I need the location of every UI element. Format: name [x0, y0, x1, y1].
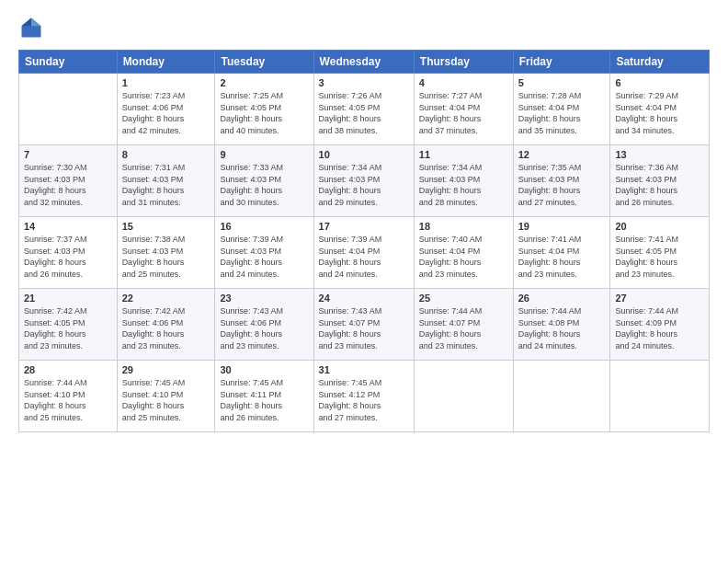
day-number: 23	[220, 293, 308, 304]
day-info: Sunrise: 7:31 AM Sunset: 4:03 PM Dayligh…	[122, 162, 210, 208]
day-info: Sunrise: 7:43 AM Sunset: 4:07 PM Dayligh…	[319, 305, 409, 351]
day-number: 1	[122, 77, 210, 88]
day-number: 20	[615, 221, 704, 232]
logo-icon	[18, 15, 44, 40]
day-cell: 19Sunrise: 7:41 AM Sunset: 4:04 PM Dayli…	[513, 217, 610, 289]
day-cell: 21Sunrise: 7:42 AM Sunset: 4:05 PM Dayli…	[19, 289, 118, 361]
day-info: Sunrise: 7:45 AM Sunset: 4:12 PM Dayligh…	[319, 377, 409, 423]
header	[18, 15, 710, 40]
day-info: Sunrise: 7:44 AM Sunset: 4:09 PM Dayligh…	[615, 305, 704, 351]
page: SundayMondayTuesdayWednesdayThursdayFrid…	[0, 0, 728, 563]
day-cell: 28Sunrise: 7:44 AM Sunset: 4:10 PM Dayli…	[19, 361, 118, 432]
day-cell: 17Sunrise: 7:39 AM Sunset: 4:04 PM Dayli…	[313, 217, 414, 289]
day-info: Sunrise: 7:38 AM Sunset: 4:03 PM Dayligh…	[122, 234, 210, 280]
day-number: 24	[319, 293, 409, 304]
day-cell: 1Sunrise: 7:23 AM Sunset: 4:06 PM Daylig…	[117, 74, 215, 145]
day-number: 9	[220, 149, 308, 160]
day-info: Sunrise: 7:27 AM Sunset: 4:04 PM Dayligh…	[419, 90, 508, 136]
header-row: SundayMondayTuesdayWednesdayThursdayFrid…	[19, 51, 710, 74]
day-info: Sunrise: 7:39 AM Sunset: 4:04 PM Dayligh…	[319, 234, 409, 280]
week-row-4: 21Sunrise: 7:42 AM Sunset: 4:05 PM Dayli…	[19, 289, 710, 361]
day-cell: 9Sunrise: 7:33 AM Sunset: 4:03 PM Daylig…	[215, 145, 313, 217]
day-number: 29	[122, 364, 210, 375]
day-cell: 8Sunrise: 7:31 AM Sunset: 4:03 PM Daylig…	[117, 145, 215, 217]
day-info: Sunrise: 7:42 AM Sunset: 4:05 PM Dayligh…	[24, 305, 112, 351]
day-number: 17	[319, 221, 409, 232]
svg-marker-1	[31, 18, 41, 27]
day-cell	[414, 361, 513, 432]
day-number: 5	[518, 77, 606, 88]
day-header-thursday: Thursday	[414, 51, 513, 74]
day-info: Sunrise: 7:43 AM Sunset: 4:06 PM Dayligh…	[220, 305, 308, 351]
day-number: 11	[419, 149, 508, 160]
day-number: 2	[220, 77, 308, 88]
day-info: Sunrise: 7:44 AM Sunset: 4:08 PM Dayligh…	[518, 305, 606, 351]
day-info: Sunrise: 7:29 AM Sunset: 4:04 PM Dayligh…	[615, 90, 704, 136]
day-info: Sunrise: 7:23 AM Sunset: 4:06 PM Dayligh…	[122, 90, 210, 136]
day-cell: 16Sunrise: 7:39 AM Sunset: 4:03 PM Dayli…	[215, 217, 313, 289]
day-cell: 13Sunrise: 7:36 AM Sunset: 4:03 PM Dayli…	[610, 145, 710, 217]
day-cell: 12Sunrise: 7:35 AM Sunset: 4:03 PM Dayli…	[513, 145, 610, 217]
day-info: Sunrise: 7:42 AM Sunset: 4:06 PM Dayligh…	[122, 305, 210, 351]
day-number: 21	[24, 293, 112, 304]
day-cell: 5Sunrise: 7:28 AM Sunset: 4:04 PM Daylig…	[513, 74, 610, 145]
day-header-friday: Friday	[513, 51, 610, 74]
day-header-monday: Monday	[117, 51, 215, 74]
day-number: 4	[419, 77, 508, 88]
day-cell: 7Sunrise: 7:30 AM Sunset: 4:03 PM Daylig…	[19, 145, 118, 217]
day-number: 15	[122, 221, 210, 232]
day-cell: 25Sunrise: 7:44 AM Sunset: 4:07 PM Dayli…	[414, 289, 513, 361]
week-row-2: 7Sunrise: 7:30 AM Sunset: 4:03 PM Daylig…	[19, 145, 710, 217]
day-cell: 2Sunrise: 7:25 AM Sunset: 4:05 PM Daylig…	[215, 74, 313, 145]
day-cell	[19, 74, 118, 145]
day-number: 6	[615, 77, 704, 88]
day-header-tuesday: Tuesday	[215, 51, 313, 74]
logo	[18, 15, 48, 40]
day-number: 18	[419, 221, 508, 232]
day-info: Sunrise: 7:39 AM Sunset: 4:03 PM Dayligh…	[220, 234, 308, 280]
day-info: Sunrise: 7:28 AM Sunset: 4:04 PM Dayligh…	[518, 90, 606, 136]
day-number: 8	[122, 149, 210, 160]
day-number: 12	[518, 149, 606, 160]
day-number: 7	[24, 149, 112, 160]
day-cell: 22Sunrise: 7:42 AM Sunset: 4:06 PM Dayli…	[117, 289, 215, 361]
day-cell	[513, 361, 610, 432]
day-cell: 6Sunrise: 7:29 AM Sunset: 4:04 PM Daylig…	[610, 74, 710, 145]
day-info: Sunrise: 7:45 AM Sunset: 4:11 PM Dayligh…	[220, 377, 308, 423]
day-cell: 27Sunrise: 7:44 AM Sunset: 4:09 PM Dayli…	[610, 289, 710, 361]
day-number: 16	[220, 221, 308, 232]
week-row-1: 1Sunrise: 7:23 AM Sunset: 4:06 PM Daylig…	[19, 74, 710, 145]
day-info: Sunrise: 7:40 AM Sunset: 4:04 PM Dayligh…	[419, 234, 508, 280]
day-info: Sunrise: 7:33 AM Sunset: 4:03 PM Dayligh…	[220, 162, 308, 208]
day-cell: 14Sunrise: 7:37 AM Sunset: 4:03 PM Dayli…	[19, 217, 118, 289]
day-info: Sunrise: 7:45 AM Sunset: 4:10 PM Dayligh…	[122, 377, 210, 423]
day-number: 13	[615, 149, 704, 160]
day-info: Sunrise: 7:41 AM Sunset: 4:04 PM Dayligh…	[518, 234, 606, 280]
day-cell: 20Sunrise: 7:41 AM Sunset: 4:05 PM Dayli…	[610, 217, 710, 289]
day-cell	[610, 361, 710, 432]
day-info: Sunrise: 7:30 AM Sunset: 4:03 PM Dayligh…	[24, 162, 112, 208]
day-number: 26	[518, 293, 606, 304]
day-number: 14	[24, 221, 112, 232]
day-cell: 15Sunrise: 7:38 AM Sunset: 4:03 PM Dayli…	[117, 217, 215, 289]
day-cell: 3Sunrise: 7:26 AM Sunset: 4:05 PM Daylig…	[313, 74, 414, 145]
day-info: Sunrise: 7:35 AM Sunset: 4:03 PM Dayligh…	[518, 162, 606, 208]
day-header-saturday: Saturday	[610, 51, 710, 74]
day-cell: 11Sunrise: 7:34 AM Sunset: 4:03 PM Dayli…	[414, 145, 513, 217]
day-info: Sunrise: 7:36 AM Sunset: 4:03 PM Dayligh…	[615, 162, 704, 208]
day-info: Sunrise: 7:34 AM Sunset: 4:03 PM Dayligh…	[319, 162, 409, 208]
day-number: 10	[319, 149, 409, 160]
day-cell: 30Sunrise: 7:45 AM Sunset: 4:11 PM Dayli…	[215, 361, 313, 432]
week-row-5: 28Sunrise: 7:44 AM Sunset: 4:10 PM Dayli…	[19, 361, 710, 432]
day-info: Sunrise: 7:26 AM Sunset: 4:05 PM Dayligh…	[319, 90, 409, 136]
day-number: 19	[518, 221, 606, 232]
day-cell: 31Sunrise: 7:45 AM Sunset: 4:12 PM Dayli…	[313, 361, 414, 432]
svg-marker-2	[22, 18, 32, 27]
day-number: 22	[122, 293, 210, 304]
day-header-wednesday: Wednesday	[313, 51, 414, 74]
day-number: 30	[220, 364, 308, 375]
day-info: Sunrise: 7:37 AM Sunset: 4:03 PM Dayligh…	[24, 234, 112, 280]
day-cell: 18Sunrise: 7:40 AM Sunset: 4:04 PM Dayli…	[414, 217, 513, 289]
day-cell: 23Sunrise: 7:43 AM Sunset: 4:06 PM Dayli…	[215, 289, 313, 361]
day-cell: 26Sunrise: 7:44 AM Sunset: 4:08 PM Dayli…	[513, 289, 610, 361]
